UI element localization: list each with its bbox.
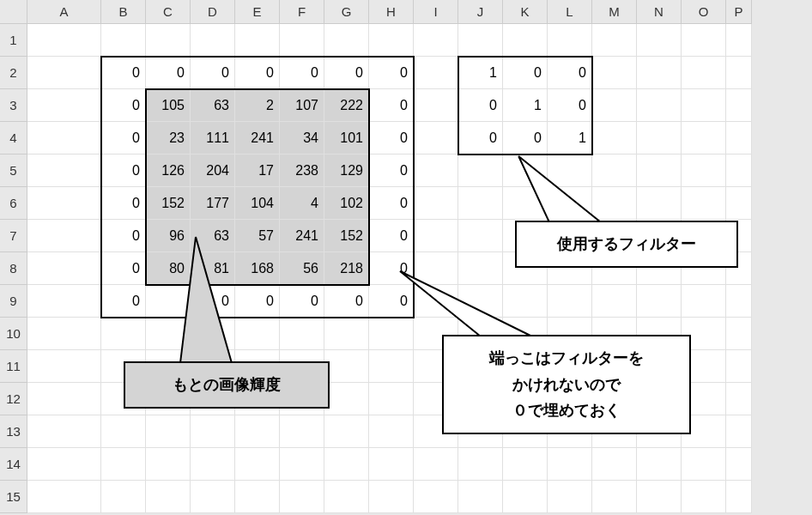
cell-L5[interactable]: [548, 154, 592, 187]
cell-C1[interactable]: [146, 24, 191, 57]
cell-E14[interactable]: [235, 448, 280, 481]
cell-L1[interactable]: [548, 24, 592, 57]
cell-I2[interactable]: [414, 57, 458, 89]
cell-M14[interactable]: [592, 448, 637, 481]
cell-A5[interactable]: [27, 154, 101, 187]
cell-H8[interactable]: 0: [369, 252, 414, 285]
cell-A13[interactable]: [27, 415, 101, 448]
cell-F5[interactable]: 238: [280, 154, 324, 187]
cell-A10[interactable]: [27, 318, 101, 350]
select-all-corner[interactable]: [0, 0, 27, 24]
cell-N14[interactable]: [637, 448, 682, 481]
cell-M4[interactable]: [592, 122, 637, 154]
cell-D13[interactable]: [191, 415, 235, 448]
column-header-I[interactable]: I: [414, 0, 458, 24]
cell-G8[interactable]: 218: [324, 252, 369, 285]
cell-H5[interactable]: 0: [369, 154, 414, 187]
cell-D5[interactable]: 204: [191, 154, 235, 187]
cell-D1[interactable]: [191, 24, 235, 57]
cell-P14[interactable]: [726, 448, 752, 481]
cell-H4[interactable]: 0: [369, 122, 414, 154]
column-header-D[interactable]: D: [191, 0, 235, 24]
cell-A11[interactable]: [27, 350, 101, 383]
cell-B6[interactable]: 0: [101, 187, 146, 220]
cell-H10[interactable]: [369, 318, 414, 350]
cell-H12[interactable]: [369, 383, 414, 415]
cell-O15[interactable]: [682, 481, 726, 513]
cell-B14[interactable]: [101, 448, 146, 481]
cell-I7[interactable]: [414, 220, 458, 252]
cell-K2[interactable]: 0: [503, 57, 548, 89]
cell-H15[interactable]: [369, 481, 414, 513]
cell-P5[interactable]: [726, 154, 752, 187]
cell-C15[interactable]: [146, 481, 191, 513]
cell-I15[interactable]: [414, 481, 458, 513]
cell-H1[interactable]: [369, 24, 414, 57]
cell-P11[interactable]: [726, 350, 752, 383]
cell-K15[interactable]: [503, 481, 548, 513]
cell-C14[interactable]: [146, 448, 191, 481]
cell-E3[interactable]: 2: [235, 89, 280, 122]
cell-E6[interactable]: 104: [235, 187, 280, 220]
cell-A12[interactable]: [27, 383, 101, 415]
row-header-15[interactable]: 15: [0, 481, 27, 513]
cell-E5[interactable]: 17: [235, 154, 280, 187]
cell-I6[interactable]: [414, 187, 458, 220]
row-header-5[interactable]: 5: [0, 154, 27, 187]
cell-P10[interactable]: [726, 318, 752, 350]
cell-E2[interactable]: 0: [235, 57, 280, 89]
cell-C4[interactable]: 23: [146, 122, 191, 154]
cell-B3[interactable]: 0: [101, 89, 146, 122]
cell-G9[interactable]: 0: [324, 285, 369, 318]
cell-G14[interactable]: [324, 448, 369, 481]
cell-J3[interactable]: 0: [458, 89, 503, 122]
cell-G6[interactable]: 102: [324, 187, 369, 220]
cell-M3[interactable]: [592, 89, 637, 122]
cell-G5[interactable]: 129: [324, 154, 369, 187]
cell-L2[interactable]: 0: [548, 57, 592, 89]
cell-P3[interactable]: [726, 89, 752, 122]
cell-L9[interactable]: [548, 285, 592, 318]
row-header-8[interactable]: 8: [0, 252, 27, 285]
cell-A6[interactable]: [27, 187, 101, 220]
cell-L14[interactable]: [548, 448, 592, 481]
cell-C6[interactable]: 152: [146, 187, 191, 220]
cell-A8[interactable]: [27, 252, 101, 285]
cell-A1[interactable]: [27, 24, 101, 57]
cell-H6[interactable]: 0: [369, 187, 414, 220]
cell-C5[interactable]: 126: [146, 154, 191, 187]
cell-I1[interactable]: [414, 24, 458, 57]
cell-P2[interactable]: [726, 57, 752, 89]
cell-F3[interactable]: 107: [280, 89, 324, 122]
cell-N4[interactable]: [637, 122, 682, 154]
cell-F2[interactable]: 0: [280, 57, 324, 89]
cell-M15[interactable]: [592, 481, 637, 513]
row-header-2[interactable]: 2: [0, 57, 27, 89]
cell-F15[interactable]: [280, 481, 324, 513]
cell-B7[interactable]: 0: [101, 220, 146, 252]
cell-L3[interactable]: 0: [548, 89, 592, 122]
cell-D8[interactable]: 81: [191, 252, 235, 285]
cell-F14[interactable]: [280, 448, 324, 481]
cell-A3[interactable]: [27, 89, 101, 122]
row-header-3[interactable]: 3: [0, 89, 27, 122]
cell-C13[interactable]: [146, 415, 191, 448]
cell-O2[interactable]: [682, 57, 726, 89]
cell-O6[interactable]: [682, 187, 726, 220]
cell-J1[interactable]: [458, 24, 503, 57]
cell-N6[interactable]: [637, 187, 682, 220]
cell-A9[interactable]: [27, 285, 101, 318]
cell-D4[interactable]: 111: [191, 122, 235, 154]
cell-D6[interactable]: 177: [191, 187, 235, 220]
cell-G11[interactable]: [324, 350, 369, 383]
cell-D9[interactable]: 0: [191, 285, 235, 318]
cell-D3[interactable]: 63: [191, 89, 235, 122]
cell-B4[interactable]: 0: [101, 122, 146, 154]
cell-J5[interactable]: [458, 154, 503, 187]
cell-K14[interactable]: [503, 448, 548, 481]
cell-B9[interactable]: 0: [101, 285, 146, 318]
column-header-K[interactable]: K: [503, 0, 548, 24]
cell-O9[interactable]: [682, 285, 726, 318]
cell-F13[interactable]: [280, 415, 324, 448]
cell-F1[interactable]: [280, 24, 324, 57]
